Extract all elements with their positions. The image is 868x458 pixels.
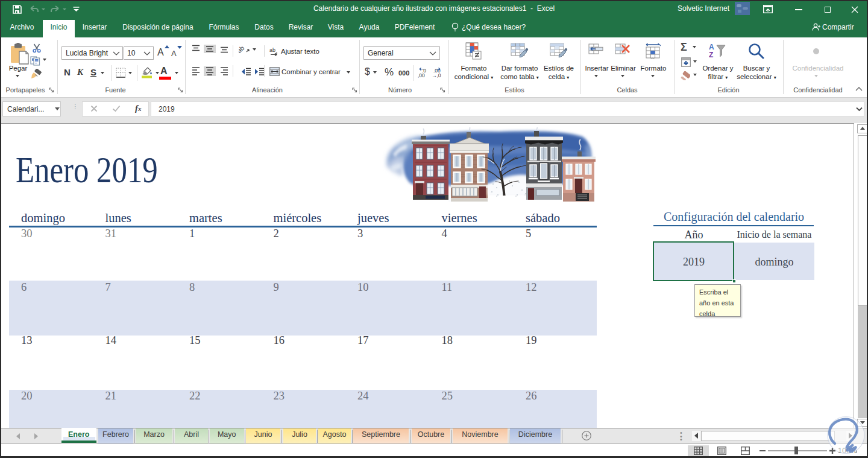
- svg-text:→,0: →,0: [432, 72, 441, 78]
- svg-text:A: A: [709, 43, 714, 51]
- svg-text:ab: ab: [269, 47, 275, 53]
- svg-text:ab: ab: [239, 45, 246, 54]
- svg-text:Z: Z: [709, 51, 713, 59]
- svg-text:,00: ,00: [418, 72, 425, 78]
